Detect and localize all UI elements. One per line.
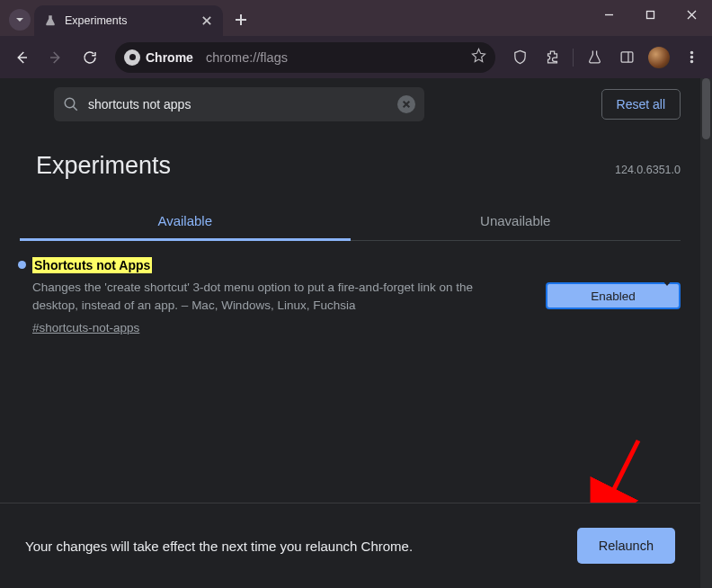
menu-button[interactable] xyxy=(678,44,705,71)
url-text: chrome://flags xyxy=(206,50,288,65)
flag-description: Changes the 'create shortcut' 3-dot menu… xyxy=(32,279,482,314)
shield-icon[interactable] xyxy=(506,44,533,71)
search-row: Reset all xyxy=(20,87,681,138)
svg-point-5 xyxy=(65,98,75,108)
svg-point-3 xyxy=(690,56,692,58)
toolbar-separator xyxy=(573,49,574,67)
tab-available[interactable]: Available xyxy=(20,201,351,240)
heading-row: Experiments 124.0.6351.0 xyxy=(20,138,681,183)
flag-anchor-link[interactable]: #shortcuts-not-apps xyxy=(32,321,139,334)
minimize-button[interactable] xyxy=(588,0,629,29)
relaunch-button[interactable]: Relaunch xyxy=(577,528,675,564)
svg-rect-0 xyxy=(646,11,654,18)
browser-tab[interactable]: Experiments xyxy=(34,5,223,36)
maximize-button[interactable] xyxy=(629,0,671,29)
new-tab-button[interactable] xyxy=(228,7,254,32)
flag-item: Shortcuts not Apps Changes the 'create s… xyxy=(20,241,681,335)
address-bar[interactable]: Chrome chrome://flags xyxy=(115,42,495,73)
site-chip[interactable]: Chrome xyxy=(120,47,200,68)
reload-button[interactable] xyxy=(76,43,104,72)
labs-icon[interactable] xyxy=(581,44,608,71)
page-title: Experiments xyxy=(36,152,171,180)
search-box[interactable] xyxy=(54,87,424,121)
page-content: Reset all Experiments 124.0.6351.0 Avail… xyxy=(0,78,712,588)
flag-state-select[interactable]: Enabled xyxy=(546,282,681,309)
search-input[interactable] xyxy=(88,97,397,111)
reset-all-button[interactable]: Reset all xyxy=(601,89,681,120)
modified-dot-icon xyxy=(18,261,26,269)
relaunch-bar: Your changes will take effect the next t… xyxy=(0,503,700,588)
tab-strip: Available Unavailable xyxy=(20,201,681,241)
extensions-icon[interactable] xyxy=(538,44,565,71)
flask-icon xyxy=(43,13,58,28)
tab-unavailable[interactable]: Unavailable xyxy=(351,201,681,240)
flag-title: Shortcuts not Apps xyxy=(32,257,152,273)
svg-rect-1 xyxy=(621,52,633,62)
tab-search-button[interactable] xyxy=(9,9,31,31)
site-chip-label: Chrome xyxy=(146,50,193,65)
scrollbar-thumb[interactable] xyxy=(702,78,710,139)
side-panel-icon[interactable] xyxy=(613,44,640,71)
tab-close-button[interactable] xyxy=(200,13,214,28)
search-icon xyxy=(63,96,79,112)
scrollbar[interactable] xyxy=(700,78,712,588)
relaunch-message: Your changes will take effect the next t… xyxy=(25,539,413,554)
back-button[interactable] xyxy=(7,43,36,72)
profile-avatar[interactable] xyxy=(645,44,672,71)
forward-button[interactable] xyxy=(41,43,70,72)
titlebar: Experiments xyxy=(0,0,712,36)
svg-point-4 xyxy=(690,60,692,62)
chrome-icon xyxy=(124,49,140,66)
tab-title: Experiments xyxy=(65,14,200,27)
close-window-button[interactable] xyxy=(671,0,712,29)
svg-point-2 xyxy=(690,51,692,53)
version-label: 124.0.6351.0 xyxy=(615,164,681,176)
bookmark-button[interactable] xyxy=(471,48,486,67)
window-controls xyxy=(588,0,712,29)
browser-toolbar: Chrome chrome://flags xyxy=(0,36,712,78)
clear-search-button[interactable] xyxy=(397,95,415,113)
